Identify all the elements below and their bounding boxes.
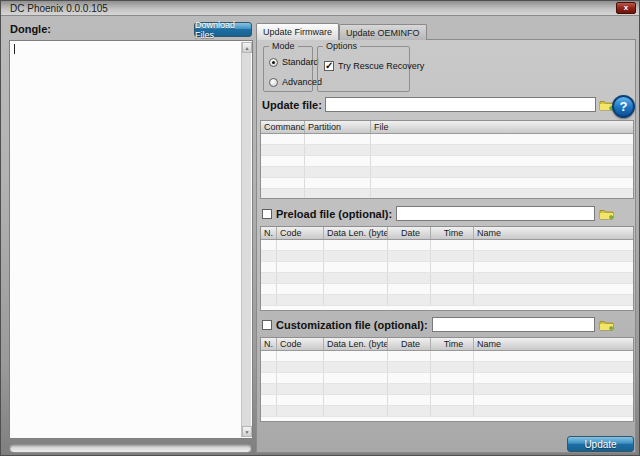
close-button[interactable]: x [616,2,636,14]
mode-group-title: Mode [269,41,298,51]
rescue-recovery-checkbox-row[interactable]: ✓ Try Rescue Recovery [324,61,424,71]
customization-checkbox[interactable] [262,320,272,330]
arrow-up-icon: ▲ [245,45,250,51]
checkbox-checked-icon[interactable]: ✓ [324,61,334,71]
column-data-len[interactable]: Data Len. (bytes) [324,338,388,350]
column-name[interactable]: Name [474,227,633,239]
table-row [261,189,633,199]
folder-icon [599,208,614,220]
help-button[interactable]: ? [612,95,635,118]
close-icon: x [624,3,628,12]
window-title: DC Phoenix 0.0.0.105 [10,3,108,14]
update-file-row: Update file: [262,97,614,112]
help-icon: ? [620,99,628,114]
column-name[interactable]: Name [474,338,633,350]
radio-standard-label: Standard [282,57,319,67]
column-data-len[interactable]: Data Len. (bytes) [324,227,388,239]
column-time[interactable]: Time [431,338,474,350]
vertical-scrollbar[interactable]: ▲ ▼ [241,42,251,437]
arrow-down-icon: ▼ [245,429,250,435]
dongle-log-area[interactable]: ▲ ▼ [9,40,253,439]
dongle-label: Dongle: [10,23,51,35]
table-row [261,178,633,189]
preload-file-row: Preload file (optional): [262,206,614,221]
table-row [261,167,633,178]
radio-advanced[interactable]: Advanced [269,77,322,87]
column-file[interactable]: File [371,121,633,133]
table-row [261,351,633,362]
table-row [261,156,633,167]
table-row [261,273,633,284]
table-row [261,145,633,156]
column-code[interactable]: Code [277,338,324,350]
table-row [261,295,633,306]
radio-standard-icon [269,58,278,67]
update-file-label: Update file: [262,99,322,111]
tab-update-oeminfo[interactable]: Update OEMINFO [339,24,427,40]
table-row [261,406,633,417]
table-row [261,395,633,406]
table-row [261,384,633,395]
app-window: DC Phoenix 0.0.0.105 x Dongle: Download … [0,0,640,456]
customization-file-label: Customization file (optional): [276,319,428,331]
radio-advanced-icon [269,78,278,87]
progress-bar [9,444,252,453]
rescue-recovery-label: Try Rescue Recovery [338,61,424,71]
tab-update-firmware[interactable]: Update Firmware [256,23,339,40]
column-date[interactable]: Date [388,338,431,350]
radio-standard[interactable]: Standard [269,57,319,67]
customization-file-row: Customization file (optional): [262,317,614,332]
preload-file-label: Preload file (optional): [276,208,392,220]
table-row [261,251,633,262]
update-button[interactable]: Update [567,436,634,452]
download-files-button[interactable]: Download Files [194,22,252,37]
browse-customization-file-button[interactable] [599,319,614,331]
table-row [261,240,633,251]
update-file-input[interactable] [325,97,596,112]
table-body [261,351,633,421]
folder-icon [599,319,614,331]
customization-file-input[interactable] [432,317,595,332]
column-n[interactable]: N. [261,227,277,239]
column-command[interactable]: Command [261,121,305,133]
table-row [261,284,633,295]
scroll-up-button[interactable]: ▲ [242,42,252,53]
update-firmware-panel: Mode Standard Advanced Options ✓ Try Res… [256,39,636,453]
table-header: N. Code Data Len. (bytes) Date Time Name [261,338,633,351]
customization-table[interactable]: N. Code Data Len. (bytes) Date Time Name [260,337,634,422]
table-header: N. Code Data Len. (bytes) Date Time Name [261,227,633,240]
table-row [261,373,633,384]
preload-checkbox[interactable] [262,209,272,219]
column-partition[interactable]: Partition [305,121,371,133]
table-row [261,362,633,373]
options-group: Options ✓ Try Rescue Recovery [317,46,410,92]
scroll-down-button[interactable]: ▼ [242,426,252,437]
table-body [261,134,633,199]
table-header: Command Partition File [261,121,633,134]
browse-preload-file-button[interactable] [599,208,614,220]
options-group-title: Options [323,41,360,51]
mode-group: Mode Standard Advanced [263,46,313,92]
tab-bar: Update Firmware Update OEMINFO [256,23,427,40]
table-row [261,134,633,145]
firmware-command-table[interactable]: Command Partition File [260,120,634,199]
text-caret [14,44,15,54]
column-code[interactable]: Code [277,227,324,239]
preload-table[interactable]: N. Code Data Len. (bytes) Date Time Name [260,226,634,311]
column-date[interactable]: Date [388,227,431,239]
column-n[interactable]: N. [261,338,277,350]
table-body [261,240,633,310]
table-row [261,262,633,273]
column-time[interactable]: Time [431,227,474,239]
title-bar[interactable]: DC Phoenix 0.0.0.105 x [1,1,639,16]
preload-file-input[interactable] [396,206,595,221]
